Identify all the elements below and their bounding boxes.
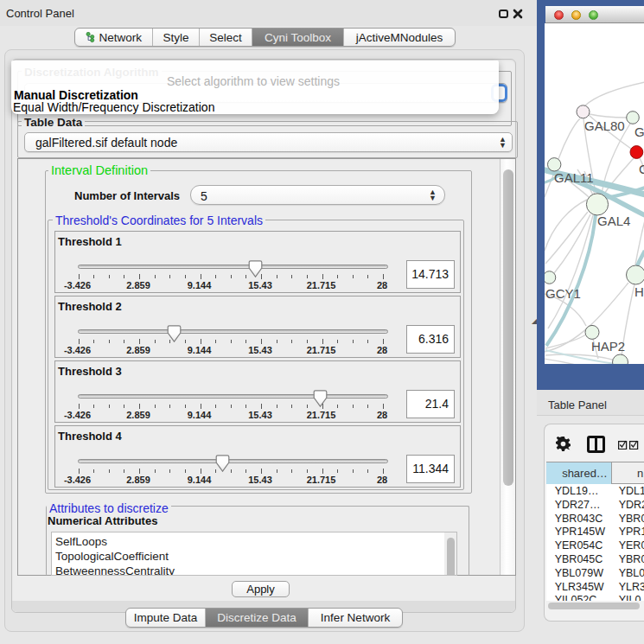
svg-text:H: H (634, 284, 644, 299)
svg-text:G.: G. (634, 124, 644, 139)
svg-text:HAP2: HAP2 (591, 339, 625, 354)
svg-text:C: C (639, 162, 644, 176)
svg-text:GAL80: GAL80 (584, 118, 625, 133)
svg-text:GAL11: GAL11 (554, 170, 594, 185)
svg-text:GCY1: GCY1 (545, 286, 581, 301)
svg-text:GAL4: GAL4 (597, 214, 630, 228)
